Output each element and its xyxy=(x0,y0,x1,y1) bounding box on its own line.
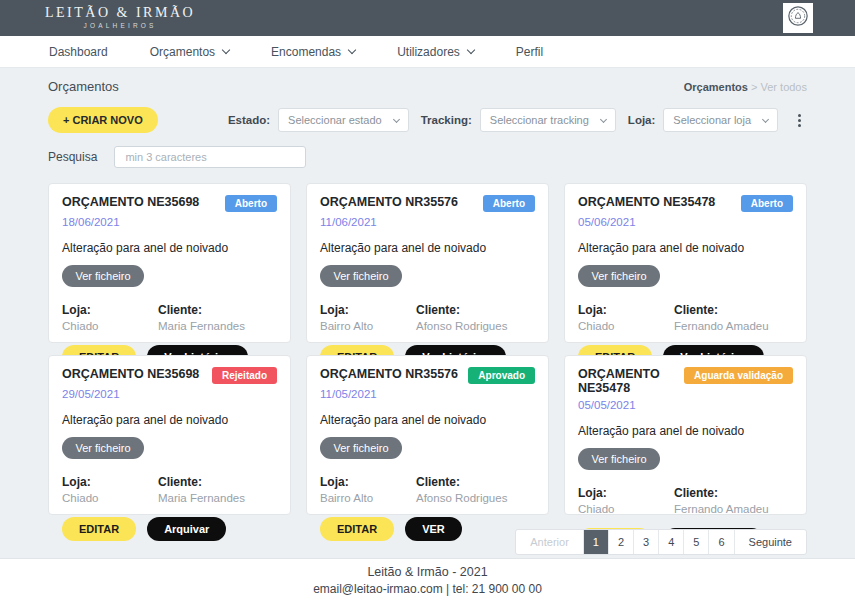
loja-label: Loja: xyxy=(62,303,130,317)
filters-bar: Estado: Seleccionar estado Tracking: Sel… xyxy=(228,108,807,132)
filter-tracking: Tracking: Seleccionar tracking xyxy=(421,108,616,132)
cliente-value: Afonso Rodrigues xyxy=(416,320,507,332)
pagination-prev[interactable]: Anterior xyxy=(516,530,583,554)
orcamento-card: ORÇAMENTO NR35576 Aprovado 11/05/2021 Al… xyxy=(306,355,549,515)
card-date: 11/05/2021 xyxy=(320,388,535,400)
cliente-value: Maria Fernandes xyxy=(158,320,245,332)
card-title: ORÇAMENTO NE35478 xyxy=(578,367,684,395)
card-description: Alteração para anel de noivado xyxy=(320,413,535,427)
status-badge: Aguarda validação xyxy=(684,367,793,384)
pagination-next[interactable]: Seguinte xyxy=(734,530,806,554)
editar-button[interactable]: EDITAR xyxy=(62,517,136,541)
cliente-value: Maria Fernandes xyxy=(158,492,245,504)
pagination-page-4[interactable]: 4 xyxy=(658,530,683,554)
loja-value: Bairro Alto xyxy=(320,492,388,504)
breadcrumb-separator: > xyxy=(748,81,761,93)
brand-subtitle: JOALHEIROS xyxy=(45,23,195,30)
pagination-page-3[interactable]: 3 xyxy=(633,530,658,554)
filter-selected-value: Seleccionar loja xyxy=(673,114,751,126)
search-label: Pesquisa xyxy=(48,150,97,164)
loja-label: Loja: xyxy=(62,475,130,489)
nav-item-label: Encomendas xyxy=(271,45,341,59)
nav-item-dashboard[interactable]: Dashboard xyxy=(49,45,108,59)
search-input[interactable] xyxy=(114,146,306,168)
card-title: ORÇAMENTO NE35698 xyxy=(62,367,199,381)
ver-ficheiro-button[interactable]: Ver ficheiro xyxy=(578,265,660,287)
loja-value: Chiado xyxy=(578,320,646,332)
card-description: Alteração para anel de noivado xyxy=(62,413,277,427)
card-description: Alteração para anel de noivado xyxy=(62,241,277,255)
cliente-value: Afonso Rodrigues xyxy=(416,492,507,504)
orcamento-card: ORÇAMENTO NE35478 Aberto 05/06/2021 Alte… xyxy=(564,183,807,343)
nav-item-label: Orçamentos xyxy=(150,45,215,59)
page-title: Orçamentos xyxy=(48,79,119,94)
main-nav: Dashboard Orçamentos Encomendas Utilizad… xyxy=(0,36,855,68)
estado-select[interactable]: Seleccionar estado xyxy=(278,108,409,132)
pagination-page-2[interactable]: 2 xyxy=(608,530,633,554)
pagination-page-1[interactable]: 1 xyxy=(583,530,608,554)
filter-selected-value: Seleccionar estado xyxy=(288,114,382,126)
chevron-down-icon xyxy=(467,45,475,53)
brand-name: LEITÃO & IRMÃO xyxy=(45,6,195,20)
cliente-label: Cliente: xyxy=(416,475,507,489)
filter-selected-value: Seleccionar tracking xyxy=(490,114,589,126)
card-title: ORÇAMENTO NE35698 xyxy=(62,195,199,209)
kebab-menu-icon[interactable] xyxy=(792,110,807,131)
status-badge: Aprovado xyxy=(468,367,535,384)
loja-label: Loja: xyxy=(320,303,388,317)
top-header: LEITÃO & IRMÃO JOALHEIROS xyxy=(0,0,855,36)
create-new-button[interactable]: + CRIAR NOVO xyxy=(48,107,158,133)
brand-logo: LEITÃO & IRMÃO JOALHEIROS xyxy=(45,6,195,30)
editar-button[interactable]: EDITAR xyxy=(320,517,394,541)
card-date: 18/06/2021 xyxy=(62,216,277,228)
nav-item-encomendas[interactable]: Encomendas xyxy=(271,45,355,59)
breadcrumb-current: Ver todos xyxy=(761,81,807,93)
card-description: Alteração para anel de noivado xyxy=(578,241,793,255)
cliente-value: Fernando Amadeu xyxy=(674,320,769,332)
nav-item-perfil[interactable]: Perfil xyxy=(516,45,543,59)
app-window: LEITÃO & IRMÃO JOALHEIROS Dashboard Orça… xyxy=(0,0,855,600)
cliente-label: Cliente: xyxy=(416,303,507,317)
ver-ficheiro-button[interactable]: Ver ficheiro xyxy=(320,265,402,287)
status-badge: Aberto xyxy=(741,195,793,212)
brand-emblem-button[interactable] xyxy=(783,3,813,33)
chevron-down-icon xyxy=(222,45,230,53)
card-title: ORÇAMENTO NR35576 xyxy=(320,367,458,381)
card-date: 11/06/2021 xyxy=(320,216,535,228)
card-secondary-button[interactable]: VER xyxy=(405,517,462,541)
loja-value: Chiado xyxy=(578,503,646,515)
nav-item-label: Dashboard xyxy=(49,45,108,59)
cliente-label: Cliente: xyxy=(158,303,245,317)
loja-select[interactable]: Seleccionar loja xyxy=(663,108,778,132)
status-badge: Aberto xyxy=(483,195,535,212)
orcamento-card: ORÇAMENTO NE35698 Aberto 18/06/2021 Alte… xyxy=(48,183,291,343)
status-badge: Aberto xyxy=(225,195,277,212)
card-title: ORÇAMENTO NR35576 xyxy=(320,195,458,209)
breadcrumb: Orçamentos > Ver todos xyxy=(684,81,807,93)
brand-emblem-icon xyxy=(787,5,809,31)
chevron-down-icon xyxy=(393,115,400,122)
status-badge: Rejeitado xyxy=(212,367,277,384)
card-date: 05/06/2021 xyxy=(578,216,793,228)
loja-label: Loja: xyxy=(578,303,646,317)
orcamento-card: ORÇAMENTO NR35576 Aberto 11/06/2021 Alte… xyxy=(306,183,549,343)
ver-ficheiro-button[interactable]: Ver ficheiro xyxy=(62,437,144,459)
pagination-page-5[interactable]: 5 xyxy=(683,530,708,554)
ver-ficheiro-button[interactable]: Ver ficheiro xyxy=(320,437,402,459)
filter-label: Estado: xyxy=(228,114,270,126)
chevron-down-icon xyxy=(762,115,769,122)
card-secondary-button[interactable]: Arquivar xyxy=(147,517,226,541)
pagination-page-6[interactable]: 6 xyxy=(708,530,733,554)
cliente-label: Cliente: xyxy=(674,303,769,317)
tracking-select[interactable]: Seleccionar tracking xyxy=(480,108,616,132)
nav-item-orçamentos[interactable]: Orçamentos xyxy=(150,45,229,59)
orcamento-card: ORÇAMENTO NE35698 Rejeitado 29/05/2021 A… xyxy=(48,355,291,515)
breadcrumb-section[interactable]: Orçamentos xyxy=(684,81,748,93)
loja-value: Chiado xyxy=(62,492,130,504)
nav-item-utilizadores[interactable]: Utilizadores xyxy=(397,45,474,59)
card-date: 05/05/2021 xyxy=(578,399,793,411)
ver-ficheiro-button[interactable]: Ver ficheiro xyxy=(578,448,660,470)
card-description: Alteração para anel de noivado xyxy=(320,241,535,255)
nav-item-label: Utilizadores xyxy=(397,45,460,59)
ver-ficheiro-button[interactable]: Ver ficheiro xyxy=(62,265,144,287)
